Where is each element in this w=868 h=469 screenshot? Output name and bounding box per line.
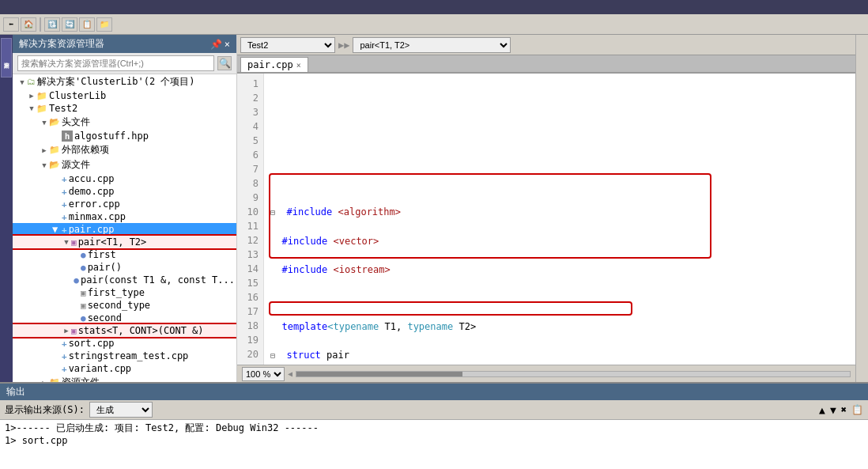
tree-item-demo[interactable]: + demo.cpp bbox=[13, 185, 236, 198]
sidebar-close-icon[interactable]: × bbox=[225, 39, 230, 50]
arrow-test2: ▼ bbox=[27, 104, 36, 112]
label-algostuff: algostuff.hpp bbox=[74, 130, 149, 142]
output-down-icon[interactable]: ▼ bbox=[830, 404, 836, 416]
tree-item-stats[interactable]: ▶ ▣ stats<T, CONT>(CONT &) bbox=[13, 324, 236, 337]
scroll-thumb[interactable] bbox=[296, 372, 462, 376]
output-source-select[interactable]: 生成 bbox=[89, 402, 153, 418]
icon-solution: 🗂 bbox=[27, 77, 36, 87]
line-7: ⊟ struct pair bbox=[270, 348, 849, 363]
sidebar-header: 解决方案资源管理器 📌 × bbox=[13, 35, 236, 53]
label-pair-ctor: pair() bbox=[88, 262, 122, 273]
icon-algostuff: h bbox=[62, 130, 73, 142]
sidebar-pin-icon[interactable]: 📌 bbox=[210, 39, 222, 50]
tree-item-accu[interactable]: + accu.cpp bbox=[13, 172, 236, 185]
arrow-srcfiles: ▼ bbox=[40, 161, 49, 169]
toolbar-btn-3[interactable]: 🔃 bbox=[44, 17, 60, 32]
label-clusterlib: ClusterLib bbox=[49, 90, 106, 101]
output-controls: 显示输出来源(S): 生成 ▲ ▼ ✖ 📋 bbox=[0, 400, 868, 420]
icon-minmax: + bbox=[62, 212, 67, 222]
label-extdeps: 外部依赖项 bbox=[62, 143, 109, 157]
tree-item-variant[interactable]: + variant.cpp bbox=[13, 362, 236, 375]
line-2: ⊟ #include <algorithm> bbox=[270, 205, 849, 220]
output-copy-icon[interactable]: 📋 bbox=[851, 404, 863, 415]
collapse-7[interactable]: ⊟ bbox=[270, 351, 275, 360]
label-demo: demo.cpp bbox=[69, 186, 115, 197]
tree-item-srcfiles[interactable]: ▼ 📂 源文件 bbox=[13, 157, 236, 172]
scroll-track[interactable] bbox=[296, 371, 851, 377]
tree-item-sort[interactable]: + sort.cpp bbox=[13, 337, 236, 350]
output-line-1: 1>------ 已启动生成: 项目: Test2, 配置: Debug Win… bbox=[5, 422, 863, 435]
arrow-stats: ▶ bbox=[62, 327, 71, 335]
tree-item-clusterlib[interactable]: ▶ 📁 ClusterLib bbox=[13, 89, 236, 102]
toolbar-btn-2[interactable]: 🏠 bbox=[21, 17, 36, 32]
sidebar-search-btn[interactable]: 🔍 bbox=[217, 56, 232, 70]
icon-paircpp: + bbox=[62, 225, 67, 235]
toolbar-btn-5[interactable]: 📋 bbox=[79, 17, 95, 32]
tree-item-paircpp[interactable]: ▼ + pair.cpp bbox=[13, 223, 236, 236]
tree-item-second-type[interactable]: ▣ second_type bbox=[13, 299, 236, 312]
tree-item-first[interactable]: ● first bbox=[13, 248, 236, 261]
left-toolbar: 解决方案 bbox=[0, 35, 13, 382]
scroll-left-icon[interactable]: ◀ bbox=[288, 369, 292, 378]
label-second: second bbox=[88, 312, 122, 323]
nav-separator: ▶▶ bbox=[338, 40, 349, 51]
tree-item-algostuff[interactable]: h algostuff.hpp bbox=[13, 130, 236, 142]
label-second-type: second_type bbox=[88, 300, 150, 311]
label-first: first bbox=[88, 249, 116, 260]
context-dropdown-1[interactable]: Test2 bbox=[240, 37, 335, 53]
context-dropdown-2[interactable]: pair<T1, T2> bbox=[353, 37, 511, 53]
tree-item-stringstream[interactable]: + stringstream_test.cpp bbox=[13, 350, 236, 362]
editor-main: Test2 ▶▶ pair<T1, T2> pair.cpp × 12345 bbox=[237, 35, 855, 382]
tab-close-btn[interactable]: × bbox=[296, 61, 301, 70]
line-4: #include <iostream> bbox=[270, 263, 849, 277]
icon-extdeps: 📁 bbox=[49, 145, 60, 155]
output-clear-icon[interactable]: ✖ bbox=[841, 404, 847, 415]
icon-variant: + bbox=[62, 364, 67, 374]
label-pair-ctor2: pair(const T1 &, const T... bbox=[81, 274, 235, 286]
output-title: 输出 bbox=[6, 385, 25, 399]
toolbar-btn-1[interactable]: ⬅ bbox=[3, 17, 19, 32]
tree-item-error[interactable]: + error.cpp bbox=[13, 198, 236, 210]
label-sort: sort.cpp bbox=[69, 338, 115, 349]
output-panel: 输出 显示输出来源(S): 生成 ▲ ▼ ✖ 📋 1>------ 已启动生成:… bbox=[0, 382, 868, 469]
label-solution: 解决方案'ClusterLib'(2 个项目) bbox=[37, 75, 195, 89]
zoom-select[interactable]: 100 % bbox=[242, 367, 285, 381]
icon-test2: 📁 bbox=[36, 104, 47, 114]
title-bar bbox=[0, 0, 868, 14]
main-toolbar: ⬅ 🏠 🔃 🔄 📋 📁 bbox=[0, 14, 868, 35]
tree-item-minmax[interactable]: + minmax.cpp bbox=[13, 210, 236, 223]
tab-paircpp[interactable]: pair.cpp × bbox=[240, 57, 308, 72]
tree-item-solution[interactable]: ▼ 🗂 解决方案'ClusterLib'(2 个项目) bbox=[13, 74, 236, 89]
tree-item-pairt1t2[interactable]: ▼ ▣ pair<T1, T2> bbox=[13, 236, 236, 248]
label-minmax: minmax.cpp bbox=[69, 211, 126, 222]
tree-item-second[interactable]: ● second bbox=[13, 312, 236, 324]
icon-second-type: ▣ bbox=[81, 301, 86, 311]
tree-item-headers[interactable]: ▼ 📂 头文件 bbox=[13, 115, 236, 130]
label-test2: Test2 bbox=[49, 103, 77, 114]
arrow-clusterlib: ▶ bbox=[27, 92, 36, 100]
sidebar-header-actions: 📌 × bbox=[210, 39, 230, 50]
tree-item-first-type[interactable]: ▣ first_type bbox=[13, 286, 236, 299]
icon-pairt1t2: ▣ bbox=[71, 237, 77, 248]
label-variant: variant.cpp bbox=[69, 363, 131, 374]
output-content: 1>------ 已启动生成: 项目: Test2, 配置: Debug Win… bbox=[0, 420, 868, 469]
tree-item-pair-ctor[interactable]: ● pair() bbox=[13, 261, 236, 274]
sidebar-search-input[interactable] bbox=[17, 55, 214, 71]
sidebar-search-area: 🔍 bbox=[13, 53, 236, 74]
output-header: 输出 bbox=[0, 384, 868, 400]
toolbar-sep-1 bbox=[40, 17, 41, 32]
label-error: error.cpp bbox=[69, 199, 120, 210]
output-up-icon[interactable]: ▲ bbox=[819, 404, 825, 416]
tree-item-test2[interactable]: ▼ 📁 Test2 bbox=[13, 102, 236, 115]
label-headers: 头文件 bbox=[62, 115, 90, 129]
tree-item-resfiles[interactable]: ▶ 📁 资源文件 bbox=[13, 375, 236, 382]
tree-item-pair-ctor2[interactable]: ● pair(const T1 &, const T... bbox=[13, 274, 236, 286]
tree-item-extdeps[interactable]: ▶ 📁 外部依赖项 bbox=[13, 142, 236, 157]
arrow-headers: ▼ bbox=[40, 119, 49, 127]
left-tool-1[interactable]: 解决方案 bbox=[1, 38, 12, 78]
code-editor-body[interactable]: 12345 678910 1112131415 1617181920 21222… bbox=[237, 74, 855, 365]
toolbar-btn-6[interactable]: 📁 bbox=[96, 17, 112, 32]
icon-pair-ctor: ● bbox=[81, 263, 86, 273]
arrow-pairt1t2: ▼ bbox=[62, 238, 71, 246]
toolbar-btn-4[interactable]: 🔄 bbox=[62, 17, 77, 32]
